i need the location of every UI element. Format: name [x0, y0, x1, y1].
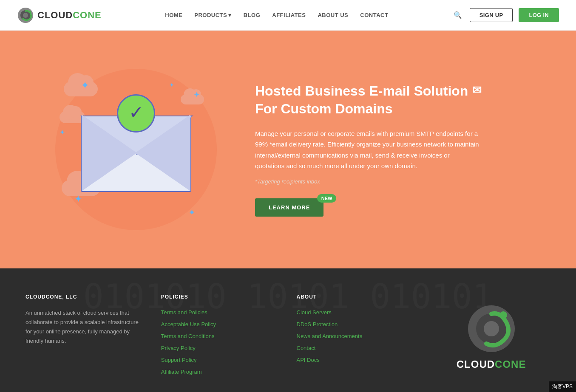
footer-about-title: ABOUT [297, 294, 415, 300]
footer-company-name: CLOUDCONE, LLC [26, 294, 144, 300]
new-badge: NEW [317, 194, 337, 203]
svg-point-7 [499, 311, 507, 319]
footer-link-support[interactable]: Support Policy [161, 357, 197, 363]
login-button[interactable]: LOG IN [519, 8, 559, 22]
sparkle-1: ✦ [81, 79, 89, 91]
list-item: Acceptable Use Policy [161, 320, 280, 328]
nav-affiliates[interactable]: AFFILIATES [272, 12, 306, 18]
hero-note: *Targeting recipients inbox [255, 178, 550, 185]
footer-link-toc[interactable]: Terms and Conditions [161, 333, 215, 339]
header-actions: 🔍 SIGN UP LOG IN [452, 8, 559, 22]
list-item: Cloud Servers [297, 308, 415, 316]
hero-content: Hosted Business E-mail Solution For Cust… [247, 82, 550, 216]
footer-link-privacy[interactable]: Privacy Policy [161, 345, 196, 351]
hero-description: Manage your personal or corporate emails… [255, 128, 480, 172]
list-item: Contact [297, 344, 415, 352]
list-item: Terms and Conditions [161, 332, 280, 340]
footer-link-affiliate[interactable]: Affiliate Program [161, 369, 202, 375]
chevron-down-icon: ▾ [228, 12, 232, 18]
footer-link-contact[interactable]: Contact [297, 345, 316, 351]
footer-policies-links: Terms and Policies Acceptable Use Policy… [161, 308, 280, 375]
header: CLOUDCONE HOME PRODUCTS ▾ BLOG AFFILIATE… [0, 0, 576, 31]
list-item: Privacy Policy [161, 344, 280, 352]
footer-policies-title: POLICIES [161, 294, 280, 300]
sparkle-6: ✦ [169, 82, 174, 88]
footer-company-col: CLOUDCONE, LLC An unmatched stack of clo… [26, 294, 144, 380]
main-nav: HOME PRODUCTS ▾ BLOG AFFILIATES ABOUT US… [165, 12, 388, 18]
footer-logo-col: CLOUDCONE [432, 294, 550, 380]
list-item: DDoS Protection [297, 320, 415, 328]
svg-point-6 [484, 321, 499, 336]
hero-illustration: ✦ ✦ ✦ ✦ ✦ ✦ ✓ [26, 69, 247, 230]
hero-title-line2: For Custom Domains [255, 100, 468, 118]
hero-section: ✦ ✦ ✦ ✦ ✦ ✦ ✓ Hosted Busine [0, 31, 576, 268]
watermark: 淘客VPS [549, 381, 576, 392]
logo[interactable]: CLOUDCONE [17, 7, 102, 24]
footer-logo-text: CLOUDCONE [457, 358, 526, 370]
list-item: Terms and Policies [161, 308, 280, 316]
search-button[interactable]: 🔍 [452, 9, 464, 21]
email-icon: ✉ [472, 83, 482, 98]
footer-link-cloud-servers[interactable]: Cloud Servers [297, 309, 332, 316]
logo-text: CLOUDCONE [37, 10, 102, 21]
footer: 0101010 10101 010101 CLOUDCONE, LLC An u… [0, 268, 576, 392]
check-icon: ✓ [129, 104, 144, 121]
sparkle-3: ✦ [60, 128, 65, 136]
hero-title: Hosted Business E-mail Solution For Cust… [255, 82, 550, 118]
footer-about-col: ABOUT Cloud Servers DDoS Protection News… [297, 294, 415, 380]
svg-point-2 [23, 13, 28, 18]
nav-home[interactable]: HOME [165, 12, 182, 18]
list-item: News and Announcements [297, 332, 415, 340]
list-item: Support Policy [161, 356, 280, 364]
nav-products[interactable]: PRODUCTS ▾ [194, 12, 231, 18]
list-item: Affiliate Program [161, 368, 280, 375]
envelope-illustration: ✓ [81, 107, 191, 192]
signup-button[interactable]: SIGN UP [470, 8, 513, 22]
logo-icon [17, 7, 34, 24]
footer-about-links: Cloud Servers DDoS Protection News and A… [297, 308, 415, 364]
cloud-decoration-4 [181, 94, 204, 104]
footer-link-terms-policies[interactable]: Terms and Policies [161, 309, 207, 316]
hero-title-line1: Hosted Business E-mail Solution [255, 82, 468, 100]
search-icon: 🔍 [454, 11, 462, 19]
nav-blog[interactable]: BLOG [244, 12, 261, 18]
hero-title-text: Hosted Business E-mail Solution For Cust… [255, 82, 468, 118]
nav-about[interactable]: ABOUT US [318, 12, 348, 18]
sparkle-5: ✦ [188, 207, 196, 217]
footer-grid: CLOUDCONE, LLC An unmatched stack of clo… [26, 294, 550, 380]
hero-cta-wrap: LEARN MORE NEW [255, 198, 323, 217]
sparkle-2: ✦ [193, 90, 200, 99]
footer-about-text: An unmatched stack of cloud services tha… [26, 308, 144, 346]
footer-policies-col: POLICIES Terms and Policies Acceptable U… [161, 294, 280, 380]
check-circle: ✓ [117, 94, 155, 133]
footer-logo-icon [466, 303, 517, 354]
learn-more-button[interactable]: LEARN MORE [255, 198, 323, 217]
nav-contact[interactable]: CONTACT [360, 12, 388, 18]
footer-link-api[interactable]: API Docs [297, 357, 320, 363]
sparkle-4: ✦ [74, 194, 82, 205]
footer-link-news[interactable]: News and Announcements [297, 333, 363, 339]
hero-bg-circle: ✦ ✦ ✦ ✦ ✦ ✦ ✓ [55, 69, 217, 230]
footer-link-aup[interactable]: Acceptable Use Policy [161, 321, 216, 327]
footer-link-ddos[interactable]: DDoS Protection [297, 321, 338, 327]
list-item: API Docs [297, 356, 415, 364]
svg-point-3 [28, 11, 31, 13]
